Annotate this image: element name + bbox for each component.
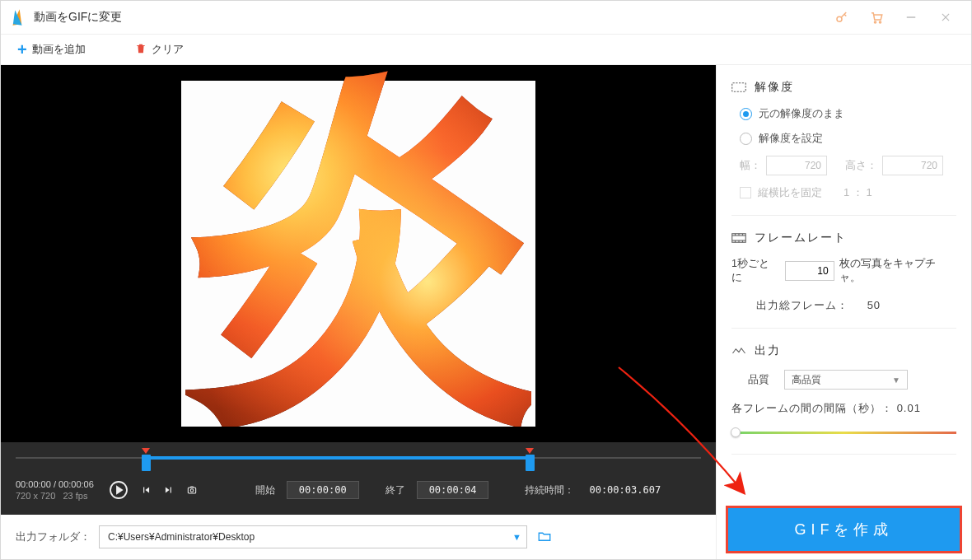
video-frame: 炎 (181, 81, 535, 427)
total-frames-row: 出力総フレーム： 50 (756, 298, 956, 313)
main-toolbar: + 動画を追加 クリア (1, 34, 971, 65)
checkbox-icon (740, 187, 751, 198)
svg-point-8 (190, 489, 194, 492)
total-frames-value: 50 (867, 299, 881, 311)
lock-ratio-row: 縦横比を固定 1 ： 1 (740, 185, 956, 200)
radio-keep-original[interactable]: 元の解像度のまま (740, 106, 956, 121)
framerate-section: フレームレート 1秒ごとに 枚の写真をキャプチャ。 出力総フレーム： 50 (731, 231, 956, 329)
clear-button[interactable]: クリア (135, 42, 184, 58)
play-button[interactable] (109, 480, 129, 500)
output-folder-label: 出力フォルダ： (16, 530, 91, 544)
lock-ratio-label: 縦横比を固定 (758, 185, 822, 200)
height-input (882, 156, 943, 175)
video-dimensions: 720 x 720 (16, 491, 55, 501)
framerate-suffix: 枚の写真をキャプチャ。 (839, 257, 956, 285)
key-icon[interactable] (825, 1, 859, 34)
start-time-input[interactable]: 00:00:00 (287, 481, 359, 499)
minimize-button[interactable] (894, 1, 928, 34)
interval-row: 各フレームの間の間隔（秒）： 0.01 (731, 401, 956, 416)
snapshot-button[interactable] (186, 484, 198, 496)
clear-label: クリア (152, 42, 184, 57)
timecode-display: 00:00:00 / 00:00:06 720 x 720 23 fps (16, 478, 94, 502)
quality-value: 高品質 (792, 373, 821, 387)
prev-frame-button[interactable] (140, 484, 152, 496)
width-label: 幅： (740, 158, 761, 173)
output-folder-path: C:¥Users¥Administrator¥Desktop (108, 531, 255, 543)
video-fps: 23 fps (63, 491, 88, 501)
app-logo-icon (9, 8, 27, 26)
total-frames-label: 出力総フレーム： (756, 299, 848, 311)
interval-label: 各フレームの間の間隔（秒）： (731, 402, 893, 414)
quality-select[interactable]: 高品質 ▼ (784, 370, 908, 390)
height-label: 高さ： (845, 158, 877, 173)
video-preview[interactable]: 炎 (1, 65, 716, 442)
resolution-heading: 解像度 (731, 80, 956, 95)
settings-panel: 解像度 元の解像度のまま 解像度を設定 幅： 高さ： (716, 65, 971, 559)
cart-icon[interactable] (859, 1, 894, 34)
slider-knob[interactable] (731, 427, 741, 437)
radio-set-resolution[interactable]: 解像度を設定 (740, 131, 956, 146)
ratio-value: 1 ： 1 (843, 185, 872, 200)
svg-point-0 (837, 16, 842, 21)
left-panel: 炎 00:00:00 / 00:00:06 (1, 65, 716, 559)
total-time: 00:00:06 (58, 479, 94, 489)
timeline-start-handle[interactable] (142, 455, 151, 471)
dimension-inputs: 幅： 高さ： (740, 156, 956, 175)
create-gif-button[interactable]: GIFを作成 (728, 508, 960, 551)
player-controls-panel: 00:00:00 / 00:00:06 720 x 720 23 fps (1, 442, 716, 515)
quality-row: 品質 高品質 ▼ (748, 370, 956, 390)
svg-rect-9 (732, 83, 746, 92)
preview-content: 炎 (185, 65, 531, 427)
playback-controls: 00:00:00 / 00:00:06 720 x 720 23 fps (16, 474, 701, 506)
timeline[interactable] (16, 442, 701, 474)
output-section: 出力 品質 高品質 ▼ 各フレームの間の間隔（秒）： 0.01 (731, 343, 956, 455)
framerate-row: 1秒ごとに 枚の写真をキャプチャ。 (731, 257, 956, 285)
radio-unchecked-icon (740, 133, 752, 145)
add-video-label: 動画を追加 (32, 42, 86, 57)
output-heading: 出力 (731, 343, 956, 358)
interval-slider[interactable] (731, 426, 956, 439)
add-video-button[interactable]: + 動画を追加 (17, 41, 86, 58)
svg-point-2 (879, 21, 881, 23)
trash-icon (135, 42, 147, 58)
radio-checked-icon (740, 108, 752, 120)
timeline-selection (146, 456, 530, 460)
plus-icon: + (17, 41, 27, 58)
end-time-input[interactable]: 00:00:04 (417, 481, 489, 499)
quality-label: 品質 (748, 372, 769, 387)
chevron-down-icon: ▼ (892, 376, 900, 385)
resolution-section: 解像度 元の解像度のまま 解像度を設定 幅： 高さ： (731, 80, 956, 216)
app-window: 動画をGIFに変更 + 動画を追加 クリア (0, 0, 972, 560)
duration-value: 00:00:03.607 (589, 484, 661, 496)
svg-point-1 (874, 21, 876, 23)
framerate-input[interactable] (785, 261, 834, 281)
open-folder-button[interactable] (535, 529, 554, 546)
start-time-label: 開始 (255, 483, 275, 497)
framerate-heading: フレームレート (731, 231, 956, 245)
width-input (766, 156, 827, 175)
close-button[interactable] (928, 1, 963, 34)
next-frame-button[interactable] (163, 484, 175, 496)
end-time-label: 終了 (386, 483, 405, 497)
duration-label: 持続時間： (525, 483, 574, 497)
output-folder-select[interactable]: C:¥Users¥Administrator¥Desktop ▼ (99, 525, 527, 548)
window-title: 動画をGIFに変更 (34, 10, 122, 25)
framerate-prefix: 1秒ごとに (731, 257, 780, 285)
interval-value: 0.01 (897, 402, 921, 414)
current-time: 00:00:00 (16, 479, 51, 489)
output-folder-row: 出力フォルダ： C:¥Users¥Administrator¥Desktop ▼ (1, 515, 716, 559)
chevron-down-icon: ▼ (512, 532, 521, 542)
timeline-end-handle[interactable] (526, 455, 535, 471)
main-content: 炎 00:00:00 / 00:00:06 (1, 65, 971, 559)
svg-rect-7 (188, 488, 195, 493)
slider-track (731, 432, 956, 434)
title-bar: 動画をGIFに変更 (1, 1, 971, 34)
